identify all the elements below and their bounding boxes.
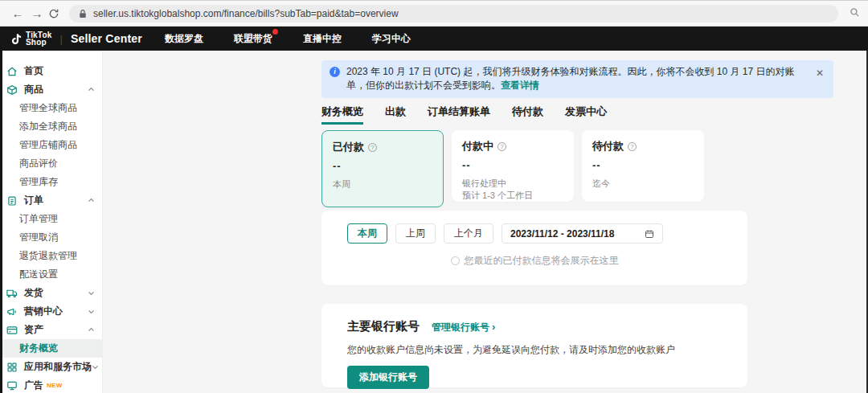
calendar-icon bbox=[645, 229, 654, 239]
sidebar-item-marketing-center[interactable]: 营销中心 bbox=[0, 302, 102, 321]
banner-details-link[interactable]: 查看详情 bbox=[501, 80, 539, 91]
sidebar-item-finance-overview[interactable]: 财务概览 bbox=[0, 339, 102, 358]
sidebar-item-orders[interactable]: 订单 bbox=[0, 191, 102, 210]
filter-last-week-button[interactable]: 上周 bbox=[395, 223, 436, 244]
sidebar-item-home[interactable]: 首页 bbox=[0, 62, 102, 80]
paid-list-panel: 本周 上周 上个月 2023/11/12 - 2023/11/18 您最近的已付… bbox=[321, 211, 747, 285]
chevron-up-icon bbox=[88, 197, 95, 204]
sidebar: 首页 商品 管理全球商品 添加全球商品 管理店铺商品 商品评价 管理库存 订单 … bbox=[0, 51, 103, 393]
tab-invoice-center[interactable]: 发票中心 bbox=[565, 104, 607, 125]
empty-state: 您最近的已付款信息将会展示在这里 bbox=[347, 254, 722, 268]
main-area: i 2023 年 10 月 17 日 (UTC) 起，我们将升级财务体验和对账流… bbox=[104, 51, 868, 393]
date-filters: 本周 上周 上个月 2023/11/12 - 2023/11/18 bbox=[347, 223, 722, 244]
close-icon[interactable]: ✕ bbox=[816, 68, 824, 92]
help-icon[interactable]: ? bbox=[628, 142, 637, 151]
filter-this-week-button[interactable]: 本周 bbox=[347, 223, 387, 244]
card-to-be-paid-value: -- bbox=[592, 159, 694, 171]
banner-text: 2023 年 10 月 17 日 (UTC) 起，我们将升级财务体验和对账流程。… bbox=[346, 65, 801, 92]
monitor-icon bbox=[6, 379, 18, 391]
url-text: seller.us.tiktokglobalshop.com/finance/b… bbox=[93, 8, 399, 19]
app-header: TikTok Shop | Seller Center 数据罗盘 联盟带货 直播… bbox=[0, 27, 868, 51]
tab-payouts[interactable]: 出款 bbox=[385, 104, 406, 125]
summary-cards: 已付款? -- 本周 付款中? -- 银行处理中 预计 1-3 个工作日 待付款… bbox=[321, 130, 833, 207]
sidebar-item-fulfillment[interactable]: 发货 bbox=[0, 284, 102, 302]
info-icon: i bbox=[330, 67, 340, 77]
chevron-right-icon: › bbox=[492, 321, 495, 333]
chevron-up-icon bbox=[88, 326, 95, 334]
seller-center-title[interactable]: Seller Center bbox=[71, 32, 142, 45]
sidebar-item-manage-shop-products[interactable]: 管理店铺商品 bbox=[0, 136, 102, 154]
lock-icon bbox=[79, 9, 87, 18]
box-icon bbox=[6, 84, 18, 96]
megaphone-icon bbox=[6, 305, 18, 317]
order-icon bbox=[6, 194, 18, 207]
bank-section-title: 主要银行账号 bbox=[347, 319, 420, 334]
help-icon[interactable]: ? bbox=[368, 143, 377, 152]
forward-icon[interactable]: → bbox=[27, 7, 47, 19]
chevron-down-icon bbox=[88, 289, 95, 297]
screenshot-root: ← → seller.us.tiktokglobalshop.com/finan… bbox=[0, 0, 868, 393]
card-icon bbox=[6, 324, 18, 336]
chevron-down-icon bbox=[92, 363, 99, 370]
filter-last-month-button[interactable]: 上个月 bbox=[444, 223, 493, 244]
divider: | bbox=[60, 33, 63, 45]
sidebar-item-assets[interactable]: 资产 bbox=[0, 321, 102, 339]
sidebar-item-ads[interactable]: 广告 NEW bbox=[0, 376, 102, 393]
empty-state-message: 您最近的已付款信息将会展示在这里 bbox=[465, 254, 619, 268]
tiktok-logo-icon bbox=[10, 32, 23, 46]
notification-dot bbox=[272, 29, 278, 35]
nav-data-compass[interactable]: 数据罗盘 bbox=[165, 32, 203, 46]
help-icon[interactable]: ? bbox=[497, 142, 506, 151]
sidebar-item-manage-cancellations[interactable]: 管理取消 bbox=[0, 228, 102, 247]
date-range-picker[interactable]: 2023/11/12 - 2023/11/18 bbox=[502, 223, 663, 244]
add-bank-account-button[interactable]: 添加银行账号 bbox=[347, 366, 429, 389]
truck-icon bbox=[6, 287, 18, 299]
sidebar-item-shipping-settings[interactable]: 配送设置 bbox=[0, 265, 102, 284]
nav-learning-center[interactable]: 学习中心 bbox=[372, 32, 411, 46]
card-to-be-paid[interactable]: 待付款? -- 迄今 bbox=[582, 130, 704, 202]
sidebar-item-order-management[interactable]: 订单管理 bbox=[0, 210, 102, 228]
tab-finance-overview[interactable]: 财务概览 bbox=[321, 104, 363, 125]
nav-affiliate[interactable]: 联盟带货 bbox=[234, 32, 272, 46]
card-processing-value: -- bbox=[462, 159, 563, 171]
sidebar-item-add-global-products[interactable]: 添加全球商品 bbox=[0, 117, 102, 136]
announcement-banner: i 2023 年 10 月 17 日 (UTC) 起，我们将升级财务体验和对账流… bbox=[321, 60, 833, 98]
sidebar-item-products[interactable]: 商品 bbox=[0, 80, 102, 99]
browser-chrome: ← → seller.us.tiktokglobalshop.com/finan… bbox=[0, 0, 868, 27]
grid-icon bbox=[6, 361, 18, 373]
manage-bank-link[interactable]: 管理银行账号› bbox=[432, 321, 495, 334]
sidebar-item-manage-global-products[interactable]: 管理全球商品 bbox=[0, 99, 102, 117]
back-icon[interactable]: ← bbox=[8, 7, 27, 19]
refresh-icon[interactable] bbox=[48, 8, 59, 19]
chevron-down-icon bbox=[88, 308, 95, 315]
window-left-edge bbox=[0, 27, 2, 393]
sidebar-item-app-service-market[interactable]: 应用和服务市场 bbox=[0, 358, 102, 376]
bank-description: 您的收款账户信息尚未设置，为避免延误向您付款，请及时添加您的收款账户 bbox=[347, 343, 722, 357]
tab-to-be-paid[interactable]: 待付款 bbox=[512, 104, 543, 125]
card-paid[interactable]: 已付款? -- 本周 bbox=[321, 130, 444, 207]
home-icon bbox=[6, 65, 18, 77]
card-processing[interactable]: 付款中? -- 银行处理中 预计 1-3 个工作日 bbox=[452, 130, 574, 202]
sidebar-item-product-reviews[interactable]: 商品评价 bbox=[0, 154, 102, 173]
tiktok-shop-wordmark: TikTok Shop bbox=[26, 31, 52, 46]
finance-tabs: 财务概览 出款 订单结算账单 待付款 发票中心 bbox=[321, 104, 833, 125]
empty-info-icon bbox=[451, 256, 460, 265]
card-paid-value: -- bbox=[333, 160, 432, 172]
app-nav: 数据罗盘 联盟带货 直播中控 学习中心 bbox=[165, 32, 411, 46]
chevron-up-icon bbox=[88, 86, 95, 93]
tab-order-statements[interactable]: 订单结算账单 bbox=[428, 104, 490, 125]
address-bar[interactable]: seller.us.tiktokglobalshop.com/finance/b… bbox=[69, 5, 838, 23]
search-icon[interactable] bbox=[850, 6, 860, 21]
nav-live-console[interactable]: 直播中控 bbox=[303, 32, 342, 46]
sidebar-item-manage-inventory[interactable]: 管理库存 bbox=[0, 173, 102, 191]
sidebar-item-returns-refunds[interactable]: 退货退款管理 bbox=[0, 247, 102, 265]
bank-account-panel: 主要银行账号 管理银行账号› 您的收款账户信息尚未设置，为避免延误向您付款，请及… bbox=[321, 304, 747, 387]
new-badge: NEW bbox=[47, 382, 63, 389]
